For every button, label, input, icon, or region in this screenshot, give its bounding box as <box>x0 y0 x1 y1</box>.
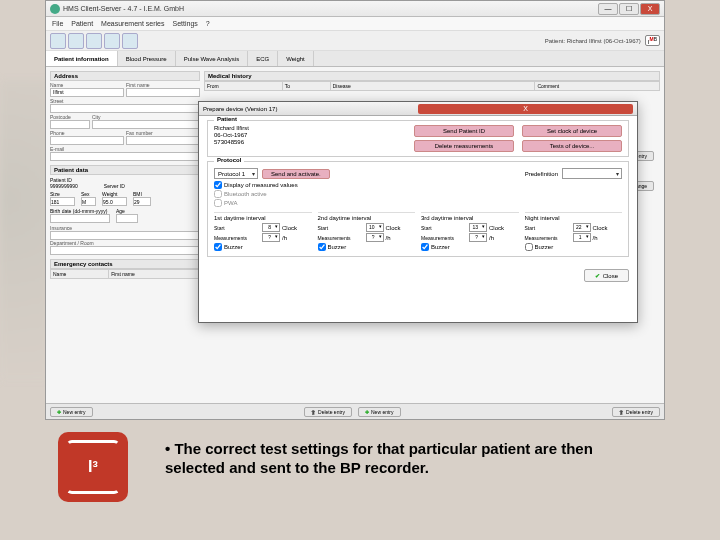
predefinition-dropdown[interactable] <box>562 168 622 179</box>
new-entry-button-1[interactable]: ✚New entry <box>50 407 93 417</box>
menu-settings[interactable]: Settings <box>173 20 198 27</box>
tab-weight[interactable]: Weight <box>278 51 314 66</box>
buzzer-3-checkbox[interactable]: Buzzer <box>421 243 450 251</box>
perh-4: /h <box>593 235 598 241</box>
tab-ecg[interactable]: ECG <box>248 51 278 66</box>
label-start-3: Start <box>421 225 467 231</box>
input-fax[interactable] <box>126 136 200 145</box>
new-entry-button-2[interactable]: ✚New entry <box>358 407 401 417</box>
label-meas-4: Measurements <box>525 235 571 241</box>
col-from: From <box>205 82 283 91</box>
interval-3: 3rd daytime interval Start13Clock Measur… <box>421 212 519 252</box>
start-3-spinner[interactable]: 13 <box>469 223 487 232</box>
label-start-4: Start <box>525 225 571 231</box>
plus-icon: ✚ <box>57 409 61 415</box>
tests-device-button[interactable]: Tests of device... <box>522 140 622 152</box>
send-patient-id-button[interactable]: Send Patient ID <box>414 125 514 137</box>
predefinition-label: Predefinition <box>525 171 558 177</box>
dialog-close-action-button[interactable]: ✔Close <box>584 269 629 282</box>
col-comment: Comment <box>535 82 660 91</box>
toolbar-icon-2[interactable] <box>68 33 84 49</box>
send-activate-button[interactable]: Send and activate. <box>262 169 330 179</box>
clock-label-1: Clock <box>282 225 297 231</box>
input-department[interactable] <box>50 246 200 255</box>
input-email[interactable] <box>50 152 200 161</box>
toolbar-icon-5[interactable] <box>122 33 138 49</box>
patient-header-label: Patient: Richard Ilfirst (06-Oct-1967) <box>545 38 641 44</box>
close-button[interactable]: X <box>640 3 660 15</box>
input-birthdate[interactable] <box>50 214 110 223</box>
medical-table: From To Disease Comment <box>204 81 660 91</box>
minimize-button[interactable]: — <box>598 3 618 15</box>
input-firstname[interactable] <box>126 88 200 97</box>
header-badge: IMB <box>645 35 660 46</box>
delete-entry-button-1[interactable]: 🗑 Delete entry <box>304 407 352 417</box>
dialog-close-button[interactable]: X <box>418 104 633 114</box>
emergency-table: NameFirst name <box>50 269 200 279</box>
section-emergency: Emergency contacts <box>50 259 200 269</box>
start-2-spinner[interactable]: 10 <box>366 223 384 232</box>
input-phone[interactable] <box>50 136 124 145</box>
protocol-dropdown[interactable]: Protocol 1 <box>214 168 258 179</box>
delete-measurements-button[interactable]: Delete measurements <box>414 140 514 152</box>
col-disease: Disease <box>330 82 535 91</box>
menu-file[interactable]: File <box>52 20 63 27</box>
meas-2-spinner[interactable]: ? <box>366 233 384 242</box>
tab-blood-pressure[interactable]: Blood Pressure <box>118 51 176 66</box>
label-start-1: Start <box>214 225 260 231</box>
plus-icon: ✚ <box>365 409 369 415</box>
interval-3-header: 3rd daytime interval <box>421 215 519 221</box>
toolbar-icon-3[interactable] <box>86 33 102 49</box>
clock-label-2: Clock <box>386 225 401 231</box>
clock-label-4: Clock <box>593 225 608 231</box>
tab-patient-info[interactable]: Patient information <box>46 51 118 66</box>
input-bmi[interactable] <box>133 197 151 206</box>
buzzer-2-checkbox[interactable]: Buzzer <box>318 243 347 251</box>
tabs: Patient information Blood Pressure Pulse… <box>46 51 664 67</box>
bottom-bar: ✚New entry 🗑 Delete entry ✚New entry 🗑 D… <box>46 403 664 419</box>
check-icon: ✔ <box>595 272 600 279</box>
toolbar-icon-4[interactable] <box>104 33 120 49</box>
input-weight[interactable] <box>102 197 127 206</box>
set-clock-button[interactable]: Set clock of device <box>522 125 622 137</box>
input-postcode[interactable] <box>50 120 90 129</box>
interval-2-header: 2nd daytime interval <box>318 215 416 221</box>
window-title: HMS Client-Server - 4.7 - I.E.M. GmbH <box>63 5 597 12</box>
buzzer-1-checkbox[interactable]: Buzzer <box>214 243 243 251</box>
input-street[interactable] <box>50 104 200 113</box>
logo-text: I³ <box>88 458 98 476</box>
input-sex[interactable] <box>81 197 96 206</box>
input-city[interactable] <box>92 120 200 129</box>
bluetooth-checkbox[interactable]: Bluetooth active <box>214 190 267 198</box>
menu-measurement[interactable]: Measurement series <box>101 20 164 27</box>
start-1-spinner[interactable]: 8 <box>262 223 280 232</box>
interval-4: Night interval Start22Clock Measurements… <box>525 212 623 252</box>
perh-3: /h <box>489 235 494 241</box>
label-meas-1: Measurements <box>214 235 260 241</box>
meas-4-spinner[interactable]: 1 <box>573 233 591 242</box>
dialog-title: Prepare device (Version 17) <box>203 106 418 112</box>
buzzer-4-checkbox[interactable]: Buzzer <box>525 243 554 251</box>
meas-3-spinner[interactable]: ? <box>469 233 487 242</box>
pwa-checkbox[interactable]: PWA <box>214 199 237 207</box>
menu-patient[interactable]: Patient <box>71 20 93 27</box>
value-patient-id: 9999999990 <box>50 183 78 189</box>
menu-help[interactable]: ? <box>206 20 210 27</box>
start-4-spinner[interactable]: 22 <box>573 223 591 232</box>
toolbar-icon-1[interactable] <box>50 33 66 49</box>
tab-pwa[interactable]: Pulse Wave Analysis <box>176 51 248 66</box>
maximize-button[interactable]: ☐ <box>619 3 639 15</box>
meas-1-spinner[interactable]: ? <box>262 233 280 242</box>
input-name[interactable]: Ilfirst <box>50 88 124 97</box>
col-emerg-name: Name <box>51 270 109 279</box>
toolbar: Patient: Richard Ilfirst (06-Oct-1967) I… <box>46 31 664 51</box>
delete-entry-button-2[interactable]: 🗑 Delete entry <box>612 407 660 417</box>
col-to: To <box>282 82 330 91</box>
legend-protocol: Protocol <box>214 157 244 163</box>
interval-1-header: 1st daytime interval <box>214 215 312 221</box>
input-age[interactable] <box>116 214 138 223</box>
input-size[interactable] <box>50 197 75 206</box>
input-insurance[interactable] <box>50 231 200 240</box>
section-medical: Medical history <box>204 71 660 81</box>
display-measured-checkbox[interactable]: Display of measured values <box>214 181 298 189</box>
